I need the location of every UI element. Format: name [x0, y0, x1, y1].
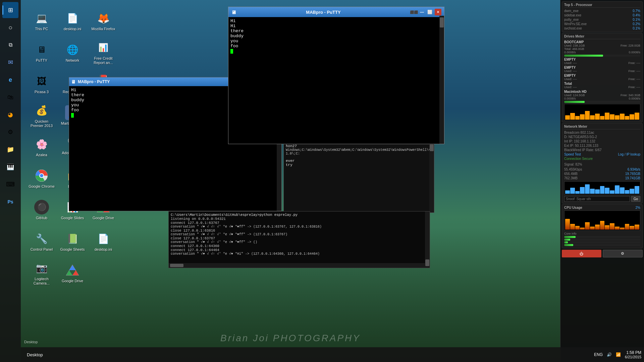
google-chrome-desktop-icon[interactable]: Google Chrome: [27, 164, 56, 194]
github-icon[interactable]: ⚫ GitHub: [27, 195, 56, 225]
terminal-hscroll-thumb[interactable]: [170, 264, 183, 267]
drive-bootcamp-bar: [564, 55, 640, 57]
network-search-input[interactable]: [564, 196, 630, 202]
network-speed-test[interactable]: Speed Test Log / IP lookup: [564, 152, 640, 157]
svg-marker-9: [66, 270, 72, 275]
drive-mac-bar: [564, 101, 640, 103]
putty-large-line-4: buddy: [230, 34, 442, 39]
putty-large-titlebar[interactable]: 🖥 MABpro - PuTTY ⬛⬛ — ⬜ ×: [228, 7, 444, 17]
drive-total: Total Used: ---- Free: ----: [564, 82, 640, 89]
panel-settings-button[interactable]: ⚙: [603, 250, 643, 257]
search-button[interactable]: ○: [2, 19, 18, 36]
terminal-side-scrollbar[interactable]: [429, 143, 434, 213]
task-view-button[interactable]: ⧉: [2, 37, 18, 53]
putty-large-line-5: you: [230, 39, 442, 44]
quicken-icon[interactable]: 💰 Quicken Premier 2013: [27, 101, 56, 131]
network-search: Go: [564, 196, 640, 202]
terminal-side-line2: Windows;C:\Windows\System32\Wbem;C:\Wind…: [286, 148, 432, 156]
mail-button[interactable]: ✉: [2, 54, 18, 70]
cpu-graph: [564, 210, 640, 231]
drive-empty-3: EMPTY Used: ---- Free: ----: [564, 74, 640, 81]
putty-large-cursor: [230, 49, 233, 54]
clock-time: 1:58 PM: [625, 350, 641, 355]
cpu-core-3: [564, 241, 640, 243]
control-panel-icon[interactable]: 🔧 Control Panel: [27, 227, 56, 257]
network-row-3: Ext IP: 50.111.206.133: [564, 143, 640, 148]
drive-macintosh-hd: Macintosh HD Used: 124.5GB Free: 340.3GB…: [564, 90, 640, 103]
network-signal: Signal: 82%: [564, 162, 640, 167]
desktop-ini-icon[interactable]: 📄 desktop.ini: [58, 6, 87, 36]
terminal-line-2: connect 127.0.0.1:63767: [171, 221, 428, 225]
this-pc-icon[interactable]: 💻 This PC: [27, 6, 56, 36]
network-row-0: Breadcom 802.11ac: [564, 130, 640, 135]
folder-button[interactable]: 📁: [2, 141, 18, 158]
putty-large-window[interactable]: 🖥 MABpro - PuTTY ⬛⬛ — ⬜ × Hi Hi there bu…: [228, 7, 444, 144]
settings-button[interactable]: ⚙: [2, 124, 18, 140]
network-title: Network Meter: [564, 125, 640, 129]
network-row-2: Int IP: 192.168.1.132: [564, 139, 640, 143]
edge-button[interactable]: e: [2, 72, 18, 88]
store-button[interactable]: 🛍: [2, 89, 18, 105]
terminal-vscroll-thumb[interactable]: [425, 259, 429, 266]
network-indicator[interactable]: 📶: [616, 352, 621, 357]
keyboard-button[interactable]: ⌨: [2, 176, 18, 192]
drives-meter-section: Drives Meter BOOTCAMP Used: 238.1GB Free…: [562, 33, 643, 122]
picasa-icon[interactable]: 🖼 Picasa 3: [27, 69, 56, 99]
logitech-icon[interactable]: 📷 Logitech Camera...: [27, 258, 56, 288]
putty-large-maximize[interactable]: ⬜: [427, 9, 433, 15]
terminal-side-thumb[interactable]: [430, 144, 434, 151]
top5-row-2: putty_exe 0.1%: [564, 17, 640, 22]
terminal-side-line4: ever: [286, 159, 432, 163]
cpu-title: CPU Usage: [564, 206, 582, 209]
putty-desktop-icon[interactable]: 🖥 PuTTY: [27, 38, 56, 68]
network-dl3-stat: 762.3MB 19.741GB: [564, 176, 640, 180]
clock[interactable]: 1:58 PM 6/21/2015: [625, 350, 641, 359]
google-drive-2-icon[interactable]: Google Drive: [58, 258, 87, 288]
taskbar-bottom: Desktop ENG 🔊 📶 1:58 PM 6/21/2015: [21, 347, 644, 362]
svg-point-2: [40, 174, 43, 177]
desktop: ⊞ ○ ⧉ ✉ e 🛍 ◕ ⚙ 📁 🎹 ⌨: [0, 0, 644, 362]
terminal-line-0: C:\Users\Martin\Documents\GitHub\esprela…: [171, 213, 428, 217]
drive-empty-2: EMPTY Used: ---- Free: ----: [564, 66, 640, 73]
network-row-4: BlackWired IP Rate: 6/67: [564, 148, 640, 152]
putty-large-close[interactable]: ×: [435, 9, 441, 15]
putty-large-scrollbar-thumb[interactable]: [440, 17, 444, 27]
piano-button[interactable]: 🎹: [2, 159, 18, 175]
putty-large-content: Hi Hi there buddy you foo: [228, 17, 444, 144]
credit-report-icon[interactable]: 📊 Free Credit Report an...: [89, 38, 118, 68]
start-button[interactable]: ⊞: [2, 2, 18, 18]
terminal-line-10: conversation " √♥ √ √↑ √' *e √♥ *Hi" -> …: [171, 252, 428, 256]
putty-large-scrollbar[interactable]: [439, 16, 444, 144]
chrome-taskbar-button[interactable]: ◕: [2, 107, 18, 123]
top5-processor-section: Top 5 - Processor dwm_exe 0.7% sidebar.e…: [562, 1, 643, 32]
firefox-icon[interactable]: 🦊 Mozilla Firefox: [89, 6, 118, 36]
terminal-line-9: connect 127.0.0.1:64464: [171, 248, 428, 252]
desktop-btn[interactable]: Desktop: [23, 351, 46, 359]
drives-title: Drives Meter: [564, 35, 640, 39]
network-row-1: D: NETGEAR53-5G-2: [564, 135, 640, 139]
putty-large-line-2: Hi: [230, 23, 442, 28]
network-search-btn[interactable]: Go: [631, 196, 640, 202]
desktop-label: Desktop: [24, 340, 38, 344]
network-meter-section: Network Meter Breadcom 802.11ac D: NETGE…: [562, 123, 643, 203]
ps-button[interactable]: Ps: [2, 194, 18, 210]
shutdown-button[interactable]: ⏻: [562, 250, 601, 257]
putty-large-title: MABpro - PuTTY: [306, 10, 340, 15]
putty-large-resize[interactable]: ⬛⬛: [411, 9, 417, 15]
putty-large-minimize[interactable]: —: [419, 9, 425, 15]
terminal-side-line1: hon27: [286, 144, 432, 148]
terminal-bottom-hscroll[interactable]: [169, 263, 425, 268]
taskbar-left: ⊞ ○ ⧉ ✉ e 🛍 ◕ ⚙ 📁 🎹 ⌨: [0, 0, 21, 362]
network-icon[interactable]: 🌐 Network: [58, 38, 87, 68]
lang-indicator: ENG: [594, 352, 603, 357]
panel-bottom-buttons: ⏻ ⚙: [562, 250, 643, 257]
volume-icon[interactable]: 🔊: [607, 352, 612, 357]
desktop-ini-2-icon[interactable]: 📄 desktop.ini: [89, 227, 118, 257]
terminal-bottom-vscroll[interactable]: [425, 212, 430, 268]
google-sheets-icon[interactable]: 📗 Google Sheets: [58, 227, 87, 257]
terminal-line-5: conversation " √♥ √ √↑ √' *e √♥ *♥ff" ->…: [171, 233, 428, 236]
azalea-icon[interactable]: 🌸 Azalea: [27, 132, 56, 162]
cpu-cores: Core info: [564, 232, 640, 246]
top5-row-1: sidebar.exe 0.4%: [564, 13, 640, 17]
putty-large-line-6: foo: [230, 44, 442, 49]
